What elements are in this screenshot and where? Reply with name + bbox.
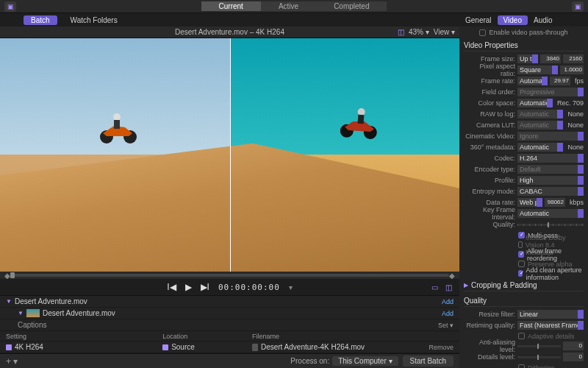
frame-size-select[interactable]: Up to 4096 x 2304: [517, 54, 538, 63]
item-name: Desert Adventure.mov: [43, 309, 442, 317]
sidebar-left-icon[interactable]: ▣: [4, 1, 16, 12]
dolby-checkbox[interactable]: [518, 241, 523, 248]
item-row[interactable]: ▼ Desert Adventure.mov Add: [0, 308, 459, 319]
zoom-level[interactable]: 43% ▾: [409, 28, 429, 36]
retime-select[interactable]: Fast (Nearest Frame): [517, 321, 584, 330]
next-button[interactable]: ▶I: [201, 282, 209, 292]
process-select[interactable]: This Computer ▾: [332, 356, 398, 366]
compare-icon[interactable]: ◫: [398, 28, 404, 36]
remove-link[interactable]: Remove: [429, 344, 453, 351]
fps-value[interactable]: 29.97: [550, 77, 570, 85]
section-video-properties: Video Properties: [464, 38, 584, 52]
entropy-select[interactable]: CABAC: [517, 187, 584, 196]
meta360-select[interactable]: Automatic: [517, 143, 563, 152]
colorspace-select[interactable]: Automatic: [517, 99, 553, 107]
datarate-value[interactable]: 98062: [545, 198, 565, 207]
job-name: Desert Adventure.mov: [15, 297, 442, 305]
column-headers: SettingLocationFilename: [0, 331, 459, 342]
par-value[interactable]: 1.0000: [560, 66, 584, 74]
setting-icon: [6, 344, 12, 350]
filename-value: Desert Adventure-4K H264.mov: [261, 343, 426, 351]
prev-button[interactable]: I◀: [167, 282, 176, 292]
tab-video[interactable]: Video: [498, 15, 528, 25]
marker-icon[interactable]: ▭: [431, 283, 438, 291]
compare-toggle-icon[interactable]: ◫: [445, 283, 452, 291]
batch-list: ▼ Desert Adventure.mov Add ▼ Desert Adve…: [0, 295, 459, 353]
preview-area[interactable]: [0, 38, 459, 272]
detail-slider[interactable]: [517, 356, 561, 358]
alpha-checkbox[interactable]: [518, 261, 525, 267]
par-select[interactable]: Square: [517, 66, 558, 74]
setting-value: 4K H264: [15, 343, 43, 351]
timeline-scrubber[interactable]: ◆ ◆: [0, 272, 459, 279]
tab-completed[interactable]: Completed: [316, 1, 387, 11]
lut-select[interactable]: Automatic: [517, 121, 563, 130]
field-select[interactable]: Progressive: [517, 88, 584, 96]
width-field[interactable]: 3840: [540, 54, 561, 63]
raw-select[interactable]: Automatic: [517, 110, 563, 118]
inspector-panel: Enable video pass-through Video Properti…: [459, 26, 588, 368]
preview-header: Desert Adventure.mov – 4K H264 ◫ 43% ▾ V…: [0, 26, 459, 38]
file-icon: [252, 344, 258, 351]
add-button[interactable]: + ▾: [6, 356, 18, 367]
disclosure-icon[interactable]: ▼: [18, 310, 24, 316]
tab-active[interactable]: Active: [261, 1, 316, 11]
view-menu[interactable]: View ▾: [434, 28, 455, 36]
clean-checkbox[interactable]: [518, 270, 523, 277]
datarate-select[interactable]: Web publishing: [517, 198, 542, 207]
set-menu[interactable]: Set ▾: [438, 322, 453, 329]
footer-bar: + ▾ Process on: This Computer ▾ Start Ba…: [0, 353, 459, 368]
sub-toolbar: Batch Watch Folders General Video Audio: [0, 13, 588, 26]
adaptive-checkbox[interactable]: [518, 333, 525, 339]
tab-general[interactable]: General: [459, 15, 498, 25]
play-button[interactable]: ▶: [185, 282, 192, 292]
cinematic-select[interactable]: Ignore: [517, 132, 584, 141]
svg-rect-3: [114, 120, 120, 129]
height-field[interactable]: 2160: [563, 54, 584, 63]
top-toolbar: ▣ Current Active Completed ▣: [0, 0, 588, 13]
output-row[interactable]: 4K H264 Source Desert Adventure-4K H264.…: [0, 342, 459, 353]
dither-checkbox[interactable]: [518, 364, 525, 368]
encoder-select[interactable]: Default: [517, 165, 584, 174]
quality-slider[interactable]: [517, 224, 584, 226]
multipass-checkbox[interactable]: [518, 232, 525, 238]
thumbnail: [26, 309, 40, 317]
codec-select[interactable]: H.264: [517, 154, 584, 163]
add-link[interactable]: Add: [442, 298, 453, 305]
preview-title: Desert Adventure.mov – 4K H264: [175, 28, 284, 36]
timecode[interactable]: 00:00:00:00: [218, 283, 280, 292]
transport-bar: I◀ ▶ ▶I 00:00:00:00 ▾ ▭ ◫: [0, 279, 459, 295]
passthrough-checkbox[interactable]: [479, 29, 486, 36]
resize-select[interactable]: Linear: [517, 310, 584, 319]
job-row[interactable]: ▼ Desert Adventure.mov Add: [0, 296, 459, 308]
tab-watch-folders[interactable]: Watch Folders: [63, 15, 125, 25]
tab-batch[interactable]: Batch: [24, 15, 57, 25]
location-value: Source: [171, 343, 195, 351]
atv-rider-left: [92, 104, 143, 144]
tab-current[interactable]: Current: [201, 1, 261, 11]
profile-select[interactable]: High: [517, 176, 584, 185]
main-tabs: Current Active Completed: [201, 1, 387, 11]
process-label: Process on:: [290, 357, 329, 365]
aa-slider[interactable]: [517, 345, 561, 347]
passthrough-row[interactable]: Enable video pass-through: [464, 26, 584, 38]
captions-row[interactable]: Captions Set ▾: [0, 319, 459, 331]
add-link[interactable]: Add: [442, 310, 453, 317]
start-batch-button[interactable]: Start Batch: [403, 355, 453, 367]
reorder-checkbox[interactable]: [518, 251, 524, 258]
disclosure-icon[interactable]: ▼: [6, 298, 12, 305]
svg-rect-7: [358, 115, 365, 124]
captions-label: Captions: [18, 321, 438, 329]
sidebar-right-icon[interactable]: ▣: [572, 1, 584, 12]
location-icon: [162, 344, 168, 350]
preview-image: [0, 38, 459, 272]
keyframe-select[interactable]: Automatic: [517, 209, 584, 218]
svg-point-2: [113, 113, 121, 121]
compare-divider[interactable]: [230, 38, 231, 272]
atv-rider-right: [333, 97, 387, 141]
tab-audio[interactable]: Audio: [528, 15, 559, 25]
framerate-select[interactable]: Automatic: [517, 77, 548, 85]
section-quality: Quality: [464, 294, 584, 307]
